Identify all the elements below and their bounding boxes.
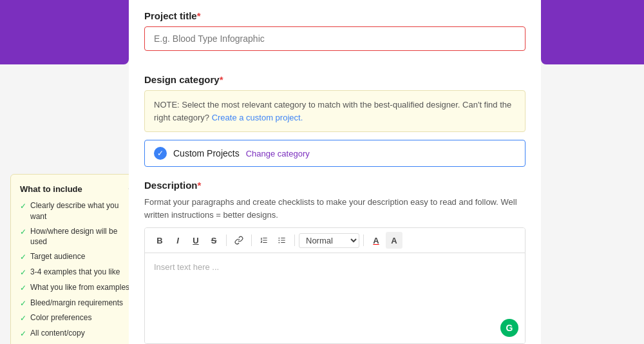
checklist-item: ✓How/where design will be used [20, 226, 136, 248]
create-custom-project-link[interactable]: Create a custom project. [212, 113, 303, 122]
check-icon: ✓ [20, 227, 26, 238]
grammarly-button[interactable]: G [500, 319, 518, 337]
panel-title: What to include [20, 184, 82, 194]
toolbar-divider-1 [226, 234, 227, 246]
checklist-item: ✓All content/copy [20, 328, 136, 339]
underline-button[interactable]: U [187, 232, 204, 249]
checklist-item: ✓Color preferences [20, 312, 136, 324]
selected-category-row: ✓ Custom Projects Change category [144, 140, 526, 167]
checklist-item-text: How/where design will be used [30, 226, 136, 248]
checklist-item-text: Clearly describe what you want [30, 200, 136, 222]
toolbar-divider-3 [294, 234, 295, 246]
checklist-item-text: Bleed/margin requirements [30, 298, 123, 309]
check-icon: ✓ [20, 201, 26, 212]
design-category-section: Design category* NOTE: Select the most r… [144, 74, 526, 167]
check-icon: ✓ [20, 329, 26, 339]
checklist-item-text: What you like from examples [30, 282, 129, 293]
rich-text-editor: B I U S Normal Heading 1 [144, 227, 526, 344]
description-hint: Format your paragraphs and create checkl… [144, 196, 526, 221]
project-title-section: Project title* [144, 10, 526, 64]
svg-point-8 [278, 242, 279, 244]
header-left-decoration [0, 0, 129, 64]
editor-body[interactable]: Insert text here ... G [145, 253, 525, 343]
toolbar-divider-4 [363, 234, 364, 246]
check-icon: ✓ [20, 283, 26, 294]
bold-button[interactable]: B [151, 232, 168, 249]
category-note-box: NOTE: Select the most relevant category … [144, 90, 526, 132]
svg-point-7 [278, 240, 279, 241]
checklist-item: ✓3-4 examples that you like [20, 267, 136, 278]
project-title-label: Project title* [144, 10, 526, 21]
category-check-icon: ✓ [154, 147, 167, 160]
check-icon: ✓ [20, 267, 26, 278]
checklist-item-text: Target audience [30, 251, 85, 262]
category-name: Custom Projects [173, 148, 240, 158]
unordered-list-button[interactable] [274, 232, 290, 249]
format-select[interactable]: Normal Heading 1 Heading 2 Heading 3 [299, 233, 359, 248]
header-right-decoration [541, 0, 644, 64]
toolbar-divider-2 [251, 234, 252, 246]
bg-color-button[interactable]: A [386, 232, 402, 249]
required-star: * [197, 10, 201, 21]
ordered-list-button[interactable] [256, 232, 272, 249]
what-to-include-panel: What to include ✣ ✓Clearly describe what… [10, 174, 146, 344]
checklist-item-text: Color preferences [30, 312, 91, 323]
checklist-item: ✓Clearly describe what you want [20, 200, 136, 222]
change-category-link[interactable]: Change category [246, 149, 310, 158]
checklist-item: ✓What you like from examples [20, 282, 136, 294]
required-star-3: * [198, 180, 202, 191]
description-section: Description* Format your paragraphs and … [144, 180, 526, 344]
checklist-item-text: All content/copy [30, 328, 85, 339]
description-label: Description* [144, 180, 526, 191]
editor-toolbar: B I U S Normal Heading 1 [145, 228, 525, 253]
strikethrough-button[interactable]: S [205, 232, 222, 249]
font-color-button[interactable]: A [368, 232, 384, 249]
required-star-2: * [220, 74, 223, 85]
svg-point-6 [278, 238, 279, 239]
check-icon: ✓ [20, 252, 26, 263]
editor-placeholder: Insert text here ... [154, 262, 219, 272]
checklist-item: ✓Bleed/margin requirements [20, 298, 136, 309]
check-icon: ✓ [20, 298, 26, 309]
main-content-area: Project title* Design category* NOTE: Se… [129, 0, 541, 344]
checklist-container: ✓Clearly describe what you want✓How/wher… [20, 200, 136, 339]
checklist-item: ✓Target audience [20, 251, 136, 263]
link-button[interactable] [231, 232, 247, 249]
project-title-input[interactable] [144, 26, 526, 51]
italic-button[interactable]: I [169, 232, 186, 249]
design-category-label: Design category* [144, 74, 526, 85]
check-icon: ✓ [20, 313, 26, 324]
checklist-item-text: 3-4 examples that you like [30, 267, 120, 278]
